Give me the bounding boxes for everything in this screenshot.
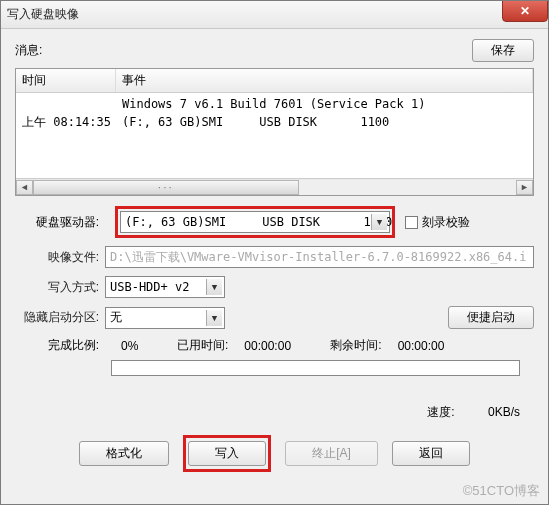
h-scrollbar[interactable]: ◄ ··· ►: [16, 178, 533, 195]
hidden-row: 隐藏启动分区: 无 ▼ 便捷启动: [15, 306, 534, 329]
progress-row: 完成比例: 0% 已用时间: 00:00:00 剩余时间: 00:00:00: [15, 337, 534, 354]
message-label: 消息:: [15, 42, 42, 59]
abort-button: 终止[A]: [285, 441, 378, 466]
save-button[interactable]: 保存: [472, 39, 534, 62]
verify-checkbox[interactable]: 刻录校验: [405, 214, 470, 231]
progress-bar: [111, 360, 520, 376]
hidden-select[interactable]: 无 ▼: [105, 307, 225, 329]
list-item[interactable]: 上午 08:14:35 (F:, 63 GB)SMI USB DISK 1100: [16, 113, 533, 131]
portable-boot-button[interactable]: 便捷启动: [448, 306, 534, 329]
scroll-thumb[interactable]: ···: [33, 180, 299, 195]
log-listbox: 时间 事件 Windows 7 v6.1 Build 7601 (Service…: [15, 68, 534, 196]
drive-label: 硬盘驱动器:: [15, 214, 105, 231]
col-time[interactable]: 时间: [16, 69, 116, 92]
write-button[interactable]: 写入: [188, 441, 266, 466]
progress-percent: 0%: [121, 339, 161, 353]
image-label: 映像文件:: [15, 249, 105, 266]
chevron-down-icon[interactable]: ▼: [206, 310, 222, 326]
image-row: 映像文件: D:\迅雷下载\VMware-VMvisor-Installer-6…: [15, 246, 534, 268]
writemode-select[interactable]: USB-HDD+ v2 ▼: [105, 276, 225, 298]
window-title: 写入硬盘映像: [7, 6, 79, 23]
write-highlight: 写入: [183, 435, 271, 472]
log-body: Windows 7 v6.1 Build 7601 (Service Pack …: [16, 93, 533, 133]
progress-label: 完成比例:: [15, 337, 105, 354]
chevron-down-icon[interactable]: ▼: [371, 214, 387, 230]
col-event[interactable]: 事件: [116, 69, 533, 92]
checkbox-icon: [405, 216, 418, 229]
chevron-down-icon[interactable]: ▼: [206, 279, 222, 295]
remain-label: 剩余时间:: [330, 337, 381, 354]
titlebar: 写入硬盘映像 ✕: [1, 1, 548, 29]
elapsed-value: 00:00:00: [244, 339, 314, 353]
back-button[interactable]: 返回: [392, 441, 470, 466]
drive-select[interactable]: (F:, 63 GB)SMI USB DISK 1100 ▼: [120, 211, 390, 233]
dialog-window: 写入硬盘映像 ✕ 消息: 保存 时间 事件 Windows 7 v6.1 Bui…: [0, 0, 549, 505]
speed-row: 速度: 0KB/s: [15, 404, 534, 421]
close-button[interactable]: ✕: [502, 0, 548, 22]
button-bar: 格式化 写入 终止[A] 返回: [15, 435, 534, 472]
image-path-field[interactable]: D:\迅雷下载\VMware-VMvisor-Installer-6.7.0-8…: [105, 246, 534, 268]
scroll-track[interactable]: ···: [33, 180, 516, 195]
drive-value: (F:, 63 GB)SMI USB DISK 1100: [125, 215, 392, 229]
content-area: 消息: 保存 时间 事件 Windows 7 v6.1 Build 7601 (…: [1, 29, 548, 482]
image-path: D:\迅雷下载\VMware-VMvisor-Installer-6.7.0-8…: [110, 249, 526, 266]
hidden-label: 隐藏启动分区:: [15, 309, 105, 326]
message-row: 消息: 保存: [15, 39, 534, 62]
log-event: Windows 7 v6.1 Build 7601 (Service Pack …: [122, 97, 533, 111]
list-item[interactable]: Windows 7 v6.1 Build 7601 (Service Pack …: [16, 95, 533, 113]
remain-value: 00:00:00: [398, 339, 445, 353]
verify-label: 刻录校验: [422, 214, 470, 231]
speed-value: 0KB/s: [488, 405, 520, 419]
log-header: 时间 事件: [16, 69, 533, 93]
elapsed-label: 已用时间:: [177, 337, 228, 354]
scroll-right-icon[interactable]: ►: [516, 180, 533, 195]
speed-label: 速度:: [427, 405, 454, 419]
log-event: (F:, 63 GB)SMI USB DISK 1100: [122, 115, 533, 129]
drive-row: 硬盘驱动器: (F:, 63 GB)SMI USB DISK 1100 ▼ 刻录…: [15, 206, 534, 238]
writemode-row: 写入方式: USB-HDD+ v2 ▼: [15, 276, 534, 298]
drive-highlight: (F:, 63 GB)SMI USB DISK 1100 ▼: [115, 206, 395, 238]
writemode-value: USB-HDD+ v2: [110, 280, 189, 294]
scroll-left-icon[interactable]: ◄: [16, 180, 33, 195]
writemode-label: 写入方式:: [15, 279, 105, 296]
close-icon: ✕: [520, 4, 530, 18]
hidden-value: 无: [110, 309, 122, 326]
watermark: ©51CTO博客: [463, 482, 540, 500]
log-time: 上午 08:14:35: [16, 114, 122, 131]
format-button[interactable]: 格式化: [79, 441, 169, 466]
